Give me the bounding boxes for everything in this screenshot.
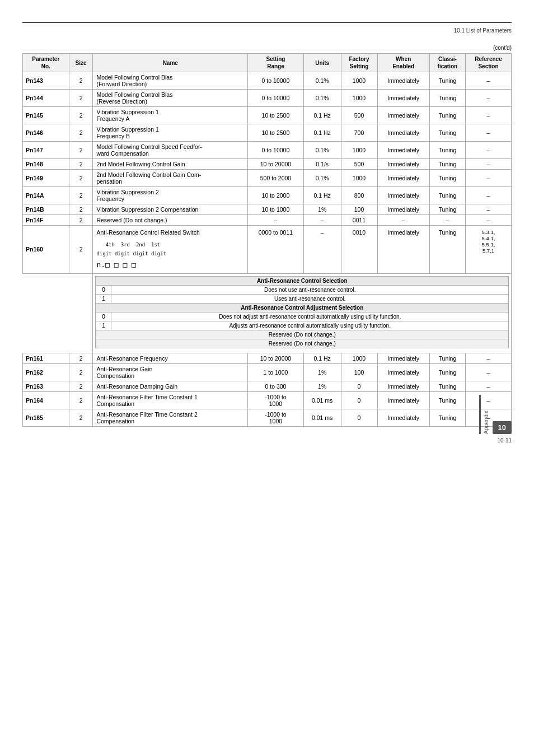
param-units: 0.1 Hz [303,107,341,124]
table-row: Pn14A2Vibration Suppression 2Frequency10… [23,187,512,204]
param-class: Tuning [429,391,465,409]
param-ref: – [466,107,512,124]
param-number: Pn14B [23,204,69,215]
param-name: Anti-Resonance Control Related Switch 4t… [93,226,248,274]
param-units: – [303,226,341,274]
param-when: – [377,215,429,226]
param-range: -1000 to1000 [248,409,304,426]
param-number: Pn163 [23,381,69,391]
param-size: 2 [69,72,93,90]
param-number: Pn146 [23,124,69,142]
table-row: Pn1452Vibration Suppression 1Frequency A… [23,107,512,124]
param-class: Tuning [429,204,465,215]
param-units: 0.1% [303,90,341,107]
param-class: Tuning [429,353,465,363]
param-when: Immediately [377,226,429,274]
contd-label: (cont'd) [22,45,512,51]
param-name: Model Following Control Bias(Forward Dir… [93,72,248,90]
param-units: 0.1% [303,72,341,90]
param-factory: 1000 [341,353,377,363]
param-factory: 1000 [341,142,377,159]
param-number: Pn148 [23,159,69,170]
param-ref: – [466,72,512,90]
param-size: 2 [69,409,93,426]
param-class: – [429,215,465,226]
table-row: Pn14F2Reserved (Do not change.)––0011––– [23,215,512,226]
param-number: Pn161 [23,353,69,363]
col-param: ParameterNo. [23,54,69,72]
param-class: Tuning [429,226,465,274]
col-factory: FactorySetting [341,54,377,72]
page-number-box: 10 [493,421,512,434]
param-factory: 1000 [341,170,377,187]
param-when: Immediately [377,124,429,142]
param-ref: – [466,170,512,187]
param-name: 2nd Model Following Control Gain [93,159,248,170]
param-class: Tuning [429,124,465,142]
param-size: 2 [69,204,93,215]
param-factory: 500 [341,159,377,170]
param-when: Immediately [377,409,429,426]
param-factory: 0 [341,409,377,426]
param-range: 0 to 10000 [248,72,304,90]
param-range: 10 to 2500 [248,124,304,142]
param-name: Anti-Resonance Frequency [93,353,248,363]
param-range: 10 to 2500 [248,107,304,124]
param-number: Pn147 [23,142,69,159]
param-factory: 0011 [341,215,377,226]
param-units: 0.1 Hz [303,124,341,142]
param-ref: – [466,381,512,391]
param-factory: 100 [341,363,377,381]
param-number: Pn160 [23,226,69,274]
param-units: 1% [303,204,341,215]
param-ref: – [466,187,512,204]
param-name: Vibration Suppression 2 Compensation [93,204,248,215]
param-units: 0.1% [303,142,341,159]
param-size: 2 [69,226,93,274]
param-units: 0.01 ms [303,391,341,409]
param-when: Immediately [377,363,429,381]
param-factory: 0 [341,381,377,391]
param-units: 0.1 Hz [303,187,341,204]
param-when: Immediately [377,391,429,409]
table-row: Pn14B2Vibration Suppression 2 Compensati… [23,204,512,215]
param-ref: – [466,204,512,215]
param-range: -1000 to1000 [248,391,304,409]
table-row-pn160: Pn1602Anti-Resonance Control Related Swi… [23,226,512,274]
param-class: Tuning [429,363,465,381]
param-when: Immediately [377,90,429,107]
param-ref: – [466,124,512,142]
param-units: 1% [303,363,341,381]
param-name: Anti-Resonance GainCompensation [93,363,248,381]
param-range: 0000 to 0011 [248,226,304,274]
page-num-sub: 10-11 [497,437,512,444]
col-units: Units [303,54,341,72]
param-ref: – [466,159,512,170]
param-range: 10 to 20000 [248,159,304,170]
param-when: Immediately [377,107,429,124]
param-when: Immediately [377,187,429,204]
param-number: Pn149 [23,170,69,187]
param-class: Tuning [429,170,465,187]
param-number: Pn14F [23,215,69,226]
pn160-detail-row: Anti-Resonance Control Selection0Does no… [23,273,512,353]
param-size: 2 [69,107,93,124]
param-when: Immediately [377,381,429,391]
table-row: Pn1442Model Following Control Bias(Rever… [23,90,512,107]
col-class: Classi-fication [429,54,465,72]
parameters-table: ParameterNo. Size Name SettingRange Unit… [22,53,512,427]
param-number: Pn145 [23,107,69,124]
table-row: Pn1622Anti-Resonance GainCompensation1 t… [23,363,512,381]
col-ref: ReferenceSection [466,54,512,72]
param-units: 0.01 ms [303,409,341,426]
param-size: 2 [69,391,93,409]
param-range: – [248,215,304,226]
param-ref: – [466,90,512,107]
param-factory: 700 [341,124,377,142]
param-class: Tuning [429,72,465,90]
param-units: 0.1 Hz [303,353,341,363]
pn160-detail-main: Anti-Resonance Control Selection0Does no… [93,273,512,353]
param-ref: – [466,353,512,363]
param-ref: – [466,142,512,159]
col-size: Size [69,54,93,72]
